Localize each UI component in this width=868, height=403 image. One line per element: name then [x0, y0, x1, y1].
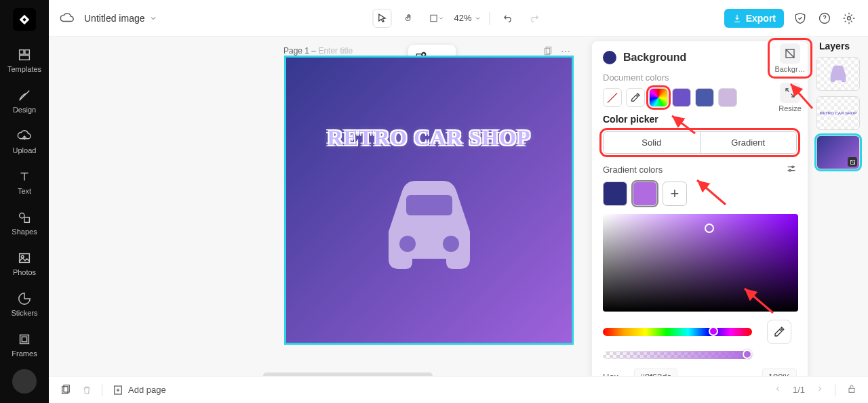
svg-rect-12: [545, 48, 549, 54]
tab-solid[interactable]: Solid: [604, 132, 700, 153]
hue-marker[interactable]: [709, 326, 718, 336]
next-page-button[interactable]: [816, 385, 824, 395]
sidebar-item-label: Shapes: [12, 228, 37, 236]
select-tool-button[interactable]: [372, 9, 391, 28]
left-toolbar: Templates Design Upload Text Shapes Phot…: [0, 0, 49, 403]
shapes-icon: [17, 210, 32, 225]
action-background[interactable]: Backgr…: [770, 41, 810, 76]
doc-color-1[interactable]: [672, 88, 691, 107]
canvas[interactable]: RETRO CAR SHOP: [284, 56, 574, 345]
svg-rect-22: [406, 195, 452, 215]
color-mode-tabs: Solid Gradient: [603, 131, 797, 154]
sv-marker[interactable]: [705, 224, 714, 233]
sidebar-item-frames[interactable]: Frames: [0, 332, 49, 358]
document-title-text: Untitled image: [84, 13, 145, 24]
settings-icon[interactable]: [841, 10, 857, 26]
avatar[interactable]: [12, 369, 37, 394]
gradient-stop-2[interactable]: [633, 182, 657, 206]
sidebar-item-photos[interactable]: Photos: [0, 251, 49, 276]
panel-title: Background: [623, 51, 778, 64]
app-logo[interactable]: [13, 8, 36, 31]
tab-gradient[interactable]: Gradient: [700, 132, 797, 153]
layer-thumb-background[interactable]: [816, 135, 860, 169]
chevron-down-icon: [475, 15, 481, 22]
help-icon[interactable]: [816, 10, 833, 26]
add-page-label: Add page: [128, 385, 166, 395]
photos-icon: [17, 251, 32, 266]
sidebar-item-label: Design: [13, 106, 36, 114]
layer-thumb-text[interactable]: RETRO CAR SHOP: [816, 96, 860, 130]
action-resize[interactable]: Resize: [770, 80, 810, 115]
undo-button[interactable]: [498, 9, 517, 28]
zoom-control[interactable]: 42%: [454, 13, 481, 23]
eyedropper-swatch[interactable]: [626, 88, 645, 107]
sidebar-item-upload[interactable]: Upload: [0, 129, 49, 154]
resize-icon: [780, 83, 800, 103]
current-bg-swatch: [603, 51, 616, 64]
saturation-value-picker[interactable]: [603, 214, 798, 312]
redo-button[interactable]: [526, 9, 545, 28]
svg-rect-7: [20, 335, 29, 344]
gradient-stops: +: [603, 182, 797, 206]
color-wheel-swatch[interactable]: [649, 88, 668, 107]
sidebar-item-shapes[interactable]: Shapes: [0, 210, 49, 236]
color-picker-title: Color picker: [603, 114, 797, 125]
templates-icon: [17, 47, 32, 62]
hand-tool-button[interactable]: [399, 9, 418, 28]
svg-point-16: [568, 51, 570, 52]
crop-tool-button[interactable]: [427, 9, 446, 28]
page-number: Page 1 –: [283, 46, 316, 56]
page-counter: 1/1: [793, 385, 805, 395]
layers-panel: Layers RETRO CAR SHOP: [816, 41, 868, 175]
bg-layer-badge: [848, 157, 857, 167]
pages-overview-button[interactable]: [60, 384, 72, 396]
canvas-background: RETRO CAR SHOP: [286, 58, 572, 343]
eyedropper-button[interactable]: [767, 320, 791, 344]
chevron-down-icon: [437, 15, 444, 22]
svg-rect-32: [849, 388, 854, 392]
export-icon: [732, 14, 742, 23]
svg-point-23: [399, 236, 416, 252]
bottom-bar: Add page 1/1: [49, 376, 868, 403]
gradient-stop-1[interactable]: [603, 182, 627, 206]
no-color-swatch[interactable]: [603, 88, 622, 107]
sidebar-item-label: Templates: [7, 65, 41, 73]
delete-page-button[interactable]: [81, 385, 92, 396]
page-title-placeholder: Enter title: [318, 46, 353, 56]
svg-rect-8: [22, 337, 26, 341]
svg-rect-29: [62, 386, 68, 394]
alpha-slider[interactable]: [603, 351, 752, 359]
svg-rect-2: [20, 56, 30, 60]
add-gradient-stop[interactable]: +: [663, 182, 687, 206]
cloud-save-icon[interactable]: [60, 11, 75, 26]
lock-icon[interactable]: [846, 383, 857, 396]
sidebar-item-design[interactable]: Design: [0, 88, 49, 114]
zoom-value: 42%: [454, 13, 471, 23]
upload-icon: [17, 129, 32, 144]
sidebar-item-stickers[interactable]: Stickers: [0, 291, 49, 317]
svg-rect-13: [546, 47, 551, 53]
main-canvas-area: Page 1 – Enter title RETRO CAR SHOP Ba: [49, 37, 868, 376]
gradient-settings-icon[interactable]: [786, 163, 797, 176]
alpha-marker[interactable]: [743, 349, 752, 359]
export-label: Export: [746, 13, 776, 24]
text-icon: [17, 169, 32, 184]
svg-point-15: [565, 51, 566, 52]
car-icon: [361, 164, 497, 286]
hue-slider[interactable]: [603, 328, 752, 336]
shield-icon[interactable]: [792, 10, 808, 26]
add-page-button[interactable]: Add page: [112, 384, 166, 396]
doc-color-2[interactable]: [695, 88, 714, 107]
layer-thumb-car[interactable]: [816, 57, 860, 91]
export-button[interactable]: Export: [724, 9, 784, 28]
sidebar-item-label: Upload: [13, 146, 37, 154]
design-icon: [17, 88, 32, 103]
svg-rect-4: [24, 217, 29, 222]
doc-color-3[interactable]: [718, 88, 737, 107]
document-title[interactable]: Untitled image: [84, 13, 157, 24]
sidebar-item-text[interactable]: Text: [0, 169, 49, 195]
page-header[interactable]: Page 1 – Enter title: [283, 46, 353, 56]
prev-page-button[interactable]: [774, 385, 782, 395]
svg-rect-5: [20, 254, 30, 263]
sidebar-item-templates[interactable]: Templates: [0, 47, 49, 73]
